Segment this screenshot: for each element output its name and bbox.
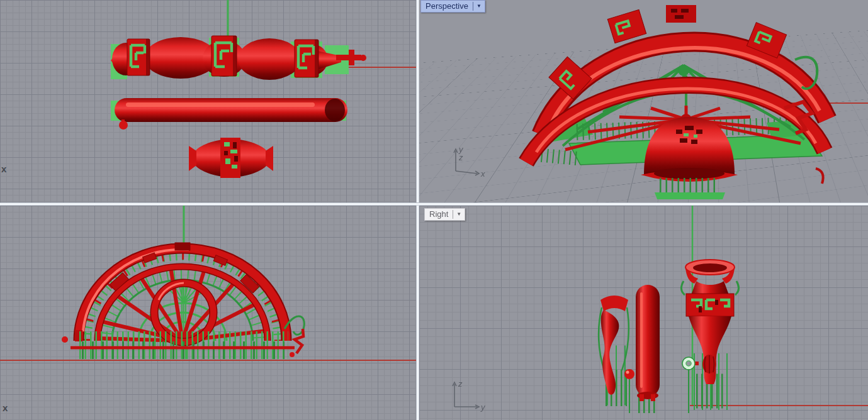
- axis-gizmo-right: z y: [447, 375, 491, 412]
- viewport-tab-label: Right: [429, 208, 448, 221]
- axis-label-x: x: [1, 163, 6, 174]
- viewport-tab-label: Perspective: [426, 0, 468, 13]
- svg-text:x: x: [480, 169, 485, 179]
- viewport-perspective[interactable]: Perspective ▼ y z x: [419, 0, 868, 202]
- model-front-view: [0, 206, 416, 420]
- chevron-down-icon[interactable]: ▼: [456, 208, 465, 221]
- axis-label-x: x: [3, 402, 8, 413]
- viewport-divider-horizontal[interactable]: [0, 202, 868, 206]
- viewport-tab-right[interactable]: Right ▼: [424, 208, 465, 221]
- model-top-view: [0, 0, 416, 202]
- viewport-top-view[interactable]: x: [0, 0, 416, 202]
- cad-viewport-grid: x: [0, 0, 868, 420]
- svg-text:z: z: [458, 153, 463, 162]
- tab-separator: [453, 210, 453, 219]
- axis-gizmo-perspective: y z x: [448, 143, 492, 180]
- viewport-front-view[interactable]: x: [0, 206, 416, 420]
- tab-separator: [473, 2, 473, 11]
- viewport-divider-vertical[interactable]: [416, 0, 419, 420]
- svg-text:z: z: [458, 379, 463, 389]
- chevron-down-icon[interactable]: ▼: [476, 0, 485, 13]
- viewport-tab-perspective[interactable]: Perspective ▼: [420, 0, 485, 13]
- viewport-right-view[interactable]: Right ▼ z y: [419, 206, 868, 420]
- svg-text:y: y: [480, 402, 486, 412]
